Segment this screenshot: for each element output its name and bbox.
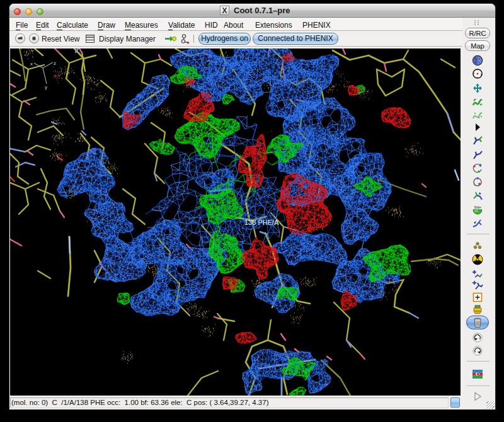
svg-text:138 PHE/A: 138 PHE/A [244,219,279,226]
svg-text:x: x [30,61,33,67]
svg-text:z: z [54,60,56,66]
svg-text:y: y [45,84,47,90]
svg-text:Side: Side [474,205,481,209]
